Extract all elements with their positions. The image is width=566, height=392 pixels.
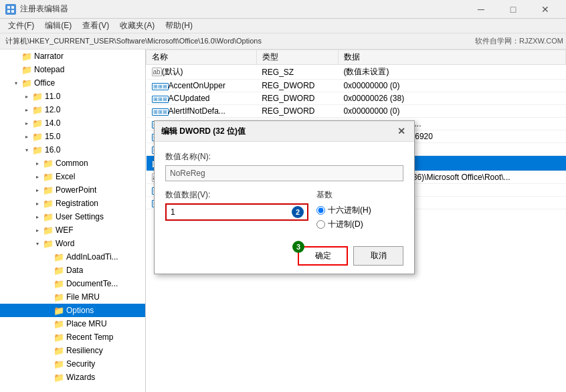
close-button[interactable]: ✕ (530, 0, 561, 19)
tree-item-word[interactable]: ▾📁Word (0, 237, 145, 250)
folder-icon: 📁 (54, 373, 64, 383)
dec-radio[interactable]: 十进制(D) (316, 219, 403, 230)
tree-item-security[interactable]: ▸📁Security (0, 357, 145, 371)
cancel-button[interactable]: 取消 (353, 246, 403, 266)
tree-expand-icon: ▸ (32, 210, 43, 223)
reg-name-text: ACUpdated (169, 94, 210, 103)
folder-icon: 📁 (54, 332, 64, 342)
tree-label: User Settings (56, 212, 104, 221)
tree-item-place-mru[interactable]: ▸📁Place MRU (0, 317, 145, 330)
tree-item-office[interactable]: ▾📁Office (0, 76, 145, 90)
menu-item[interactable]: 查看(V) (77, 19, 114, 33)
tree-label: 16.0 (45, 145, 60, 155)
tree-item-wef[interactable]: ▸📁WEF (0, 223, 145, 237)
hex-radio-input[interactable] (316, 206, 325, 215)
reg-name: ⊞⊞⊞ACUpdated (147, 92, 257, 105)
tree-item-office-11[interactable]: ▸📁11.0 (0, 90, 145, 103)
table-row[interactable]: ⊞⊞⊞AlertIfNotDefa...REG_DWORD0x00000000 … (147, 105, 566, 118)
tree-expand-icon: ▸ (11, 50, 21, 63)
value-label: 数值数据(V): (165, 189, 308, 201)
tree-label: 15.0 (45, 132, 60, 141)
tree-expand-icon: ▸ (43, 290, 54, 304)
value-input[interactable] (167, 205, 307, 219)
brand-text: 软件自学网：RJZXW.COM (475, 36, 563, 46)
folder-icon: 📁 (54, 319, 64, 329)
maximize-button[interactable]: □ (498, 0, 529, 19)
tree-label: Wizards (66, 373, 95, 382)
tree-item-data[interactable]: ▸📁Data (0, 264, 145, 277)
tree-item-documentTe[interactable]: ▸📁DocumentTe... (0, 277, 145, 290)
title-bar: 注册表编辑器 ─ □ ✕ (0, 0, 566, 19)
minimize-button[interactable]: ─ (466, 0, 496, 19)
app-title: 注册表编辑器 (20, 3, 68, 15)
tree-label: Registration (56, 199, 98, 208)
menu-item[interactable]: 收藏夹(A) (114, 19, 160, 33)
table-row[interactable]: ⊞⊞⊞AccentOnUpperREG_DWORD0x00000000 (0) (147, 80, 566, 92)
tree-item-common[interactable]: ▸📁Common (0, 157, 145, 170)
reg-data: 0x00000000 (0) (338, 80, 565, 92)
tree-item-office-16[interactable]: ▾📁16.0 (0, 143, 145, 157)
hex-radio[interactable]: 十六进制(H) (316, 205, 403, 216)
tree-label: Resiliency (66, 346, 103, 355)
tree-label: 11.0 (45, 92, 60, 101)
table-row[interactable]: ⊞⊞⊞ACUpdatedREG_DWORD0x00000026 (38) (147, 92, 566, 105)
tree-item-narrator[interactable]: ▸📁Narrator (0, 50, 145, 63)
tree-expand-icon: ▸ (43, 357, 54, 371)
tree-expand-icon: ▾ (21, 143, 32, 157)
tree-item-office-15[interactable]: ▸📁15.0 (0, 130, 145, 143)
folder-icon: 📁 (54, 292, 64, 302)
address-bar: 计算机\HKEY_CURRENT_USER\Software\Microsoft… (0, 33, 566, 50)
tree-sidebar: ▸📁Narrator▸📁Notepad▾📁Office▸📁11.0▸📁12.0▸… (0, 50, 146, 392)
tree-item-office-12[interactable]: ▸📁12.0 (0, 103, 145, 116)
tree-label: WEF (56, 225, 74, 235)
menu-item[interactable]: 编辑(E) (39, 19, 77, 33)
reg-data: 0x00000000 (0) (338, 105, 565, 118)
svg-rect-0 (7, 6, 10, 9)
menu-item[interactable]: 帮助(H) (160, 19, 198, 33)
folder-icon: 📁 (32, 92, 43, 102)
reg-type: REG_SZ (256, 65, 338, 80)
tree-item-excel[interactable]: ▸📁Excel (0, 170, 145, 183)
dialog-body: 数值名称(N): 数值数据(V): 2 基数 十六进制(H) 十进制(D) (155, 142, 414, 241)
svg-rect-1 (11, 6, 14, 9)
reg-data: (数值未设置) (338, 65, 565, 80)
tree-item-resiliency[interactable]: ▸📁Resiliency (0, 344, 145, 357)
reg-name-text: (默认) (162, 67, 183, 76)
reg-name: ⊞⊞⊞AlertIfNotDefa... (147, 105, 257, 118)
tree-item-file-mru[interactable]: ▸📁File MRU (0, 290, 145, 304)
folder-icon: 📁 (43, 172, 54, 182)
tree-item-recent-temp[interactable]: ▸📁Recent Temp (0, 330, 145, 344)
folder-icon: 📁 (54, 252, 64, 262)
name-input[interactable] (165, 165, 403, 181)
menu-bar: 文件(F)编辑(E)查看(V)收藏夹(A)帮助(H) (0, 19, 566, 33)
tree-expand-icon: ▸ (32, 223, 43, 237)
tree-item-addInLoadTi[interactable]: ▸📁AddInLoadTi... (0, 250, 145, 264)
tree-item-options[interactable]: ▸📁Options (0, 304, 145, 317)
tree-item-notepad[interactable]: ▸📁Notepad (0, 63, 145, 76)
tree-label: PowerPoint (56, 185, 96, 195)
tree-item-wizards[interactable]: ▸📁Wizards (0, 371, 145, 384)
tree-label: Notepad (34, 65, 64, 74)
tree-label: Word (56, 239, 74, 248)
tree-label: Recent Temp (66, 332, 113, 342)
tree-item-office-14[interactable]: ▸📁14.0 (0, 116, 145, 130)
tree-label: AddInLoadTi... (66, 252, 118, 262)
folder-icon: 📁 (21, 78, 32, 88)
table-row[interactable]: ab(默认)REG_SZ(数值未设置) (147, 65, 566, 80)
tree-expand-icon: ▸ (43, 264, 54, 277)
tree-expand-icon: ▸ (43, 304, 54, 317)
badge-3: 3 (292, 241, 304, 253)
dialog-footer: 确定 3 取消 (155, 241, 414, 274)
tree-item-user-settings[interactable]: ▸📁User Settings (0, 210, 145, 223)
menu-item[interactable]: 文件(F) (3, 19, 39, 33)
dialog-close-button[interactable]: ✕ (395, 125, 407, 137)
dialog-title-text: 编辑 DWORD (32 位)值 (161, 126, 246, 137)
ok-button[interactable]: 确定 (298, 246, 348, 266)
folder-icon: 📁 (54, 346, 64, 356)
tree-item-registration[interactable]: ▸📁Registration (0, 197, 145, 210)
dec-radio-input[interactable] (316, 220, 325, 229)
tree-label: DocumentTe... (66, 279, 118, 288)
tree-item-powerpoint[interactable]: ▸📁PowerPoint (0, 183, 145, 197)
tree-expand-icon: ▸ (32, 183, 43, 197)
tree-label: Narrator (34, 52, 64, 61)
